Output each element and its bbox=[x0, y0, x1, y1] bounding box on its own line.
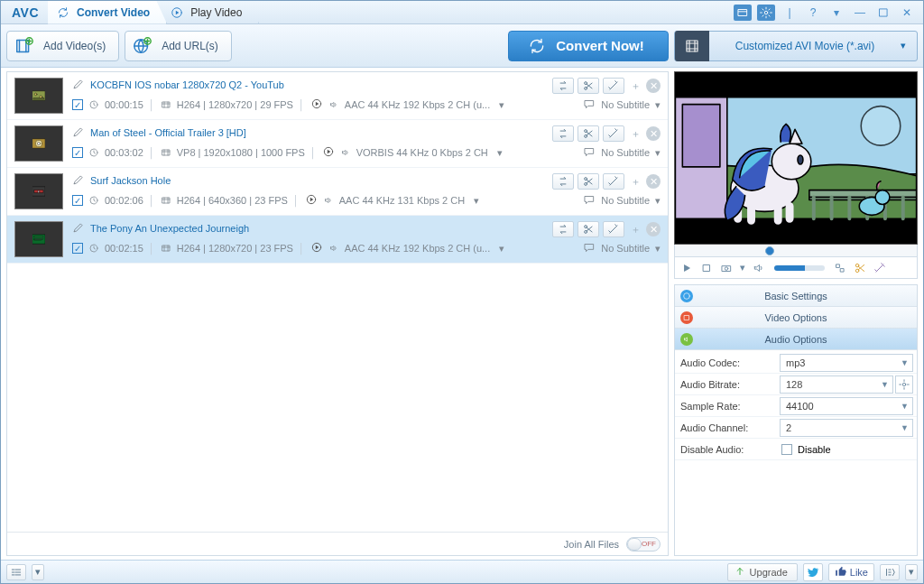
checkbox[interactable]: ✓ bbox=[72, 99, 83, 110]
add-videos-button[interactable]: Add Video(s) bbox=[6, 31, 119, 61]
subtitle-info[interactable]: No Subtitle bbox=[601, 99, 650, 110]
seek-bar[interactable] bbox=[674, 245, 918, 257]
item-title[interactable]: Man of Steel - Official Trailer 3 [HD] bbox=[90, 127, 246, 138]
add-urls-button[interactable]: Add URL(s) bbox=[125, 31, 232, 61]
dropdown-icon[interactable]: ▾ bbox=[905, 564, 918, 580]
help-icon[interactable]: ? bbox=[804, 5, 822, 21]
join-files-toggle[interactable]: OFF bbox=[626, 537, 661, 552]
forward-icon[interactable] bbox=[310, 241, 323, 255]
list-view-icon[interactable] bbox=[6, 564, 26, 580]
list-item[interactable]: The Pony An Unexpected Journeigh ✓ 00:02… bbox=[7, 216, 668, 264]
add-icon[interactable]: ＋ bbox=[628, 125, 642, 142]
basic-settings-header[interactable]: Basic Settings bbox=[675, 285, 917, 307]
item-title[interactable]: The Pony An Unexpected Journeigh bbox=[90, 223, 249, 234]
stop-button[interactable] bbox=[698, 260, 715, 276]
facebook-like-button[interactable]: Like bbox=[828, 563, 874, 581]
maximize-button[interactable] bbox=[874, 5, 892, 21]
checkbox[interactable]: ✓ bbox=[72, 195, 83, 206]
chevron-down-icon[interactable]: ▾ bbox=[655, 147, 661, 159]
pencil-icon[interactable] bbox=[72, 173, 85, 188]
snapshot-button[interactable] bbox=[718, 260, 735, 276]
audio-channel-select[interactable]: 2▼ bbox=[780, 419, 913, 437]
dropdown-icon[interactable]: ▾ bbox=[827, 5, 845, 21]
window-controls: | ? ▾ — ✕ bbox=[734, 1, 916, 24]
trim-start-icon[interactable] bbox=[832, 260, 848, 276]
upgrade-button[interactable]: Upgrade bbox=[727, 563, 798, 581]
dropdown-icon[interactable]: ▾ bbox=[738, 260, 747, 276]
volume-slider[interactable] bbox=[774, 265, 825, 271]
magic-wand-icon[interactable] bbox=[872, 260, 888, 276]
item-title[interactable]: Surf Jackson Hole bbox=[90, 175, 171, 186]
remove-icon[interactable]: ✕ bbox=[646, 174, 661, 189]
play-button[interactable] bbox=[679, 260, 695, 276]
tab-convert-video[interactable]: Convert Video bbox=[48, 1, 167, 24]
twitter-button[interactable] bbox=[803, 563, 823, 581]
seek-handle[interactable] bbox=[765, 246, 774, 255]
video-options-header[interactable]: Video Options bbox=[675, 307, 917, 329]
magic-wand-icon[interactable] bbox=[603, 221, 624, 237]
list-item[interactable]: Man of Steel - Official Trailer 3 [HD] ✓… bbox=[7, 120, 668, 168]
audio-options-header[interactable]: Audio Options bbox=[675, 329, 917, 350]
dropdown-icon[interactable]: ▾ bbox=[32, 564, 44, 580]
list-item[interactable]: KOCBFN IOS nobar 1280x720 Q2 - YouTub ✓ … bbox=[7, 72, 668, 120]
svg-point-59 bbox=[725, 266, 728, 270]
disable-audio-checkbox[interactable] bbox=[781, 444, 792, 455]
tab-play-video[interactable]: Play Video bbox=[162, 1, 259, 24]
disable-audio-row: Disable Audio: Disable bbox=[675, 439, 917, 460]
tab-label: Convert Video bbox=[77, 6, 150, 19]
scissors-icon[interactable] bbox=[578, 78, 599, 94]
scissors-icon[interactable] bbox=[578, 173, 599, 190]
chevron-down-icon[interactable]: ▾ bbox=[655, 195, 661, 207]
output-profile-dropdown[interactable]: Customized AVI Movie (*.avi) ▾ bbox=[674, 31, 918, 61]
swap-icon[interactable] bbox=[552, 221, 574, 237]
svg-rect-22 bbox=[162, 150, 170, 155]
forward-icon[interactable] bbox=[322, 145, 335, 160]
settings-icon[interactable] bbox=[757, 5, 775, 21]
pencil-icon[interactable] bbox=[72, 125, 85, 140]
swap-icon[interactable] bbox=[552, 125, 574, 142]
scissors-icon[interactable] bbox=[852, 260, 868, 276]
scissors-icon[interactable] bbox=[578, 221, 599, 237]
forward-icon[interactable] bbox=[305, 193, 318, 208]
next-layout-icon[interactable] bbox=[880, 564, 900, 580]
convert-now-button[interactable]: Convert Now! bbox=[508, 31, 669, 61]
close-button[interactable]: ✕ bbox=[898, 5, 916, 21]
magic-wand-icon[interactable] bbox=[603, 173, 624, 190]
subtitle-info[interactable]: No Subtitle bbox=[601, 243, 650, 254]
scissors-icon[interactable] bbox=[578, 125, 599, 142]
add-icon[interactable]: ＋ bbox=[628, 173, 642, 190]
checkbox[interactable]: ✓ bbox=[72, 243, 83, 254]
minimize-button[interactable]: — bbox=[851, 5, 869, 21]
remove-icon[interactable]: ✕ bbox=[646, 126, 661, 141]
sample-rate-select[interactable]: 44100▼ bbox=[780, 397, 913, 415]
upload-icon bbox=[734, 565, 746, 579]
checkbox[interactable]: ✓ bbox=[72, 147, 83, 158]
audio-codec-select[interactable]: mp3▼ bbox=[780, 354, 913, 372]
forward-icon[interactable] bbox=[310, 97, 323, 112]
subtitle-info[interactable]: No Subtitle bbox=[601, 195, 650, 206]
preview-player[interactable] bbox=[674, 71, 918, 245]
volume-icon[interactable] bbox=[751, 260, 767, 276]
bitrate-settings-button[interactable] bbox=[895, 375, 913, 394]
layout-icon[interactable] bbox=[734, 5, 752, 21]
pencil-icon[interactable] bbox=[72, 221, 85, 236]
magic-wand-icon[interactable] bbox=[603, 78, 624, 94]
item-title[interactable]: KOCBFN IOS nobar 1280x720 Q2 - YouTub bbox=[90, 79, 284, 90]
add-icon[interactable]: ＋ bbox=[628, 221, 642, 237]
chevron-down-icon[interactable]: ▾ bbox=[655, 243, 661, 255]
chevron-down-icon[interactable]: ▾ bbox=[655, 99, 661, 111]
chevron-down-icon[interactable]: ▾ bbox=[499, 243, 504, 255]
audio-bitrate-select[interactable]: 128▼ bbox=[780, 375, 893, 394]
swap-icon[interactable] bbox=[552, 78, 574, 94]
chevron-down-icon[interactable]: ▾ bbox=[499, 99, 504, 111]
add-icon[interactable]: ＋ bbox=[628, 78, 642, 94]
swap-icon[interactable] bbox=[552, 173, 574, 190]
magic-wand-icon[interactable] bbox=[603, 125, 624, 142]
pencil-icon[interactable] bbox=[72, 78, 85, 92]
list-item[interactable]: ▶ Surf Jackson Hole ✓ 00:02:06 │ H264 | … bbox=[7, 168, 668, 216]
subtitle-info[interactable]: No Subtitle bbox=[601, 147, 650, 158]
chevron-down-icon[interactable]: ▾ bbox=[497, 147, 503, 159]
remove-icon[interactable]: ✕ bbox=[646, 222, 661, 236]
chevron-down-icon[interactable]: ▾ bbox=[474, 195, 479, 207]
remove-icon[interactable]: ✕ bbox=[646, 79, 661, 93]
